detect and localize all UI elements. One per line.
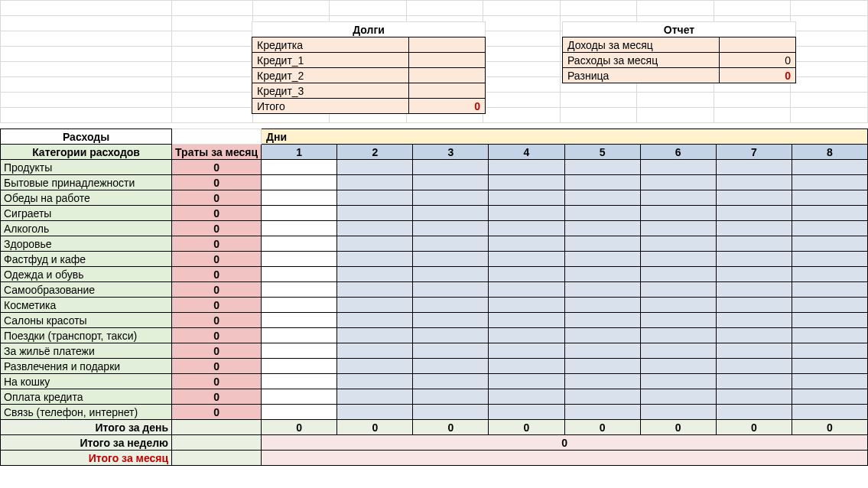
- day-cell[interactable]: [640, 252, 716, 267]
- day-cell[interactable]: [489, 389, 564, 405]
- day-cell[interactable]: [489, 298, 564, 313]
- day-cell[interactable]: [716, 374, 792, 389]
- day-cell[interactable]: [337, 343, 413, 359]
- day-cell[interactable]: [792, 389, 867, 405]
- day-cell[interactable]: [413, 405, 489, 420]
- day-cell[interactable]: [413, 298, 489, 313]
- day-cell[interactable]: [337, 190, 413, 206]
- day-cell[interactable]: [337, 160, 413, 175]
- day-cell[interactable]: [640, 190, 716, 206]
- day-cell[interactable]: [792, 343, 867, 359]
- report-row-value[interactable]: 0: [720, 53, 796, 68]
- report-row-label[interactable]: Расходы за месяц: [563, 53, 720, 68]
- day-cell[interactable]: [564, 389, 640, 405]
- day-cell[interactable]: [792, 206, 867, 221]
- day-total-value[interactable]: 0: [564, 420, 640, 435]
- category-month-total[interactable]: 0: [172, 175, 262, 190]
- blank-cell[interactable]: [172, 129, 262, 145]
- day-cell[interactable]: [564, 267, 640, 282]
- day-cell[interactable]: [262, 175, 337, 190]
- category-month-total[interactable]: 0: [172, 221, 262, 236]
- day-cell[interactable]: [337, 267, 413, 282]
- day-cell[interactable]: [489, 221, 564, 236]
- day-cell[interactable]: [792, 328, 867, 343]
- day-cell[interactable]: [489, 282, 564, 298]
- day-cell[interactable]: [564, 343, 640, 359]
- day-cell[interactable]: [489, 267, 564, 282]
- day-cell[interactable]: [792, 160, 867, 175]
- category-label[interactable]: Поездки (транспорт, такси): [1, 328, 172, 343]
- day-cell[interactable]: [413, 160, 489, 175]
- day-cell[interactable]: [413, 267, 489, 282]
- category-label[interactable]: За жильё платежи: [1, 343, 172, 359]
- report-row-value[interactable]: [720, 37, 796, 53]
- day-cell[interactable]: [413, 359, 489, 374]
- day-cell[interactable]: [262, 328, 337, 343]
- day-cell[interactable]: [564, 190, 640, 206]
- category-month-total[interactable]: 0: [172, 405, 262, 420]
- day-cell[interactable]: [262, 160, 337, 175]
- day-cell[interactable]: [792, 267, 867, 282]
- day-cell[interactable]: [640, 359, 716, 374]
- debts-row-value[interactable]: [409, 83, 486, 99]
- day-cell[interactable]: [792, 252, 867, 267]
- day-cell[interactable]: [564, 236, 640, 252]
- debts-row-value[interactable]: [409, 37, 486, 53]
- day-cell[interactable]: [640, 313, 716, 328]
- day-cell[interactable]: [564, 298, 640, 313]
- report-row-value[interactable]: 0: [720, 68, 796, 83]
- day-cell[interactable]: [716, 343, 792, 359]
- category-label[interactable]: Косметика: [1, 298, 172, 313]
- day-cell[interactable]: [716, 359, 792, 374]
- category-month-total[interactable]: 0: [172, 298, 262, 313]
- day-total-value[interactable]: 0: [716, 420, 792, 435]
- day-cell[interactable]: [262, 313, 337, 328]
- day-cell[interactable]: [413, 236, 489, 252]
- day-cell[interactable]: [262, 267, 337, 282]
- day-cell[interactable]: [337, 252, 413, 267]
- day-cell[interactable]: [489, 374, 564, 389]
- category-month-total[interactable]: 0: [172, 389, 262, 405]
- day-cell[interactable]: [640, 374, 716, 389]
- day-cell[interactable]: [413, 221, 489, 236]
- day-cell[interactable]: [564, 405, 640, 420]
- day-cell[interactable]: [337, 359, 413, 374]
- day-cell[interactable]: [489, 313, 564, 328]
- debts-table[interactable]: Долги КредиткаКредит_1Кредит_2Кредит_3 И…: [252, 21, 486, 114]
- day-cell[interactable]: [262, 389, 337, 405]
- category-label[interactable]: Связь (телефон, интернет): [1, 405, 172, 420]
- category-label[interactable]: Одежда и обувь: [1, 267, 172, 282]
- day-cell[interactable]: [640, 206, 716, 221]
- category-label[interactable]: Здоровье: [1, 236, 172, 252]
- day-cell[interactable]: [413, 252, 489, 267]
- day-cell[interactable]: [716, 190, 792, 206]
- day-cell[interactable]: [337, 405, 413, 420]
- day-cell[interactable]: [716, 267, 792, 282]
- category-label[interactable]: Самообразование: [1, 282, 172, 298]
- debts-row-label[interactable]: Кредитка: [252, 37, 409, 53]
- day-cell[interactable]: [262, 298, 337, 313]
- day-cell[interactable]: [716, 236, 792, 252]
- day-cell[interactable]: [640, 236, 716, 252]
- debts-row-label[interactable]: Кредит_1: [252, 53, 409, 68]
- day-cell[interactable]: [564, 359, 640, 374]
- category-label[interactable]: Оплата кредита: [1, 389, 172, 405]
- category-label[interactable]: Продукты: [1, 160, 172, 175]
- day-total-month-cell[interactable]: [172, 420, 262, 435]
- day-cell[interactable]: [337, 328, 413, 343]
- day-cell[interactable]: [337, 175, 413, 190]
- category-month-total[interactable]: 0: [172, 328, 262, 343]
- day-cell[interactable]: [337, 206, 413, 221]
- category-label[interactable]: Алкоголь: [1, 221, 172, 236]
- day-cell[interactable]: [792, 374, 867, 389]
- day-total-value[interactable]: 0: [792, 420, 867, 435]
- category-label[interactable]: Фастфуд и кафе: [1, 252, 172, 267]
- day-cell[interactable]: [489, 328, 564, 343]
- day-cell[interactable]: [716, 328, 792, 343]
- day-cell[interactable]: [262, 405, 337, 420]
- debts-total-label[interactable]: Итого: [252, 99, 409, 114]
- day-cell[interactable]: [489, 236, 564, 252]
- day-cell[interactable]: [716, 160, 792, 175]
- day-cell[interactable]: [792, 282, 867, 298]
- day-cell[interactable]: [792, 236, 867, 252]
